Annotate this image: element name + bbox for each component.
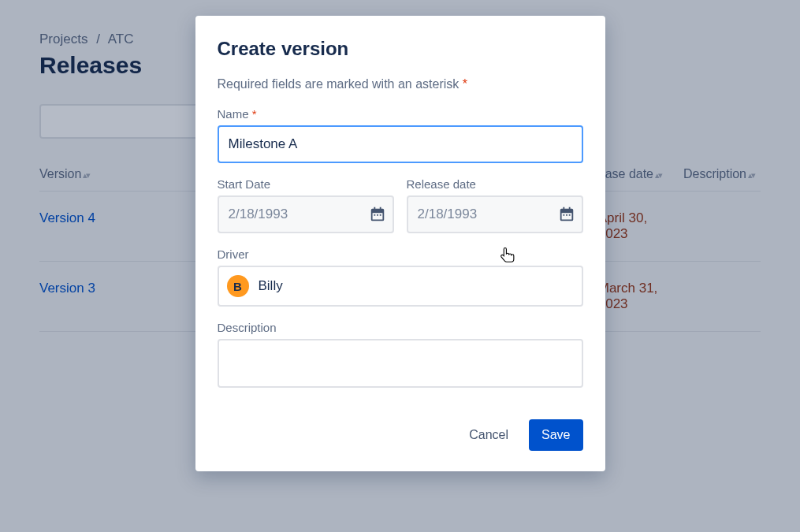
start-date-input[interactable] xyxy=(218,195,394,233)
save-button[interactable]: Save xyxy=(529,419,582,451)
modal-title: Create version xyxy=(218,38,583,60)
name-input[interactable] xyxy=(218,125,583,163)
release-date-group: Release date xyxy=(407,177,583,233)
driver-group: Driver B Billy xyxy=(218,247,583,307)
release-date-label: Release date xyxy=(407,177,583,191)
release-date-input[interactable] xyxy=(407,195,583,233)
name-label: Name * xyxy=(218,107,583,121)
avatar: B xyxy=(227,275,249,297)
cancel-button[interactable]: Cancel xyxy=(456,419,521,451)
description-label: Description xyxy=(218,321,583,334)
start-date-group: Start Date xyxy=(218,177,394,233)
name-group: Name * xyxy=(218,107,583,163)
driver-name: Billy xyxy=(259,278,283,294)
start-date-label: Start Date xyxy=(218,177,394,191)
modal-actions: Cancel Save xyxy=(218,419,583,451)
description-input[interactable] xyxy=(218,339,583,388)
driver-picker[interactable]: B Billy xyxy=(218,266,583,307)
asterisk-icon: * xyxy=(463,77,467,91)
asterisk-icon: * xyxy=(252,107,257,121)
modal-overlay: Create version Required fields are marke… xyxy=(0,0,800,532)
create-version-modal: Create version Required fields are marke… xyxy=(195,16,605,471)
driver-label: Driver xyxy=(218,247,583,261)
description-group: Description xyxy=(218,321,583,391)
required-hint: Required fields are marked with an aster… xyxy=(218,77,583,91)
